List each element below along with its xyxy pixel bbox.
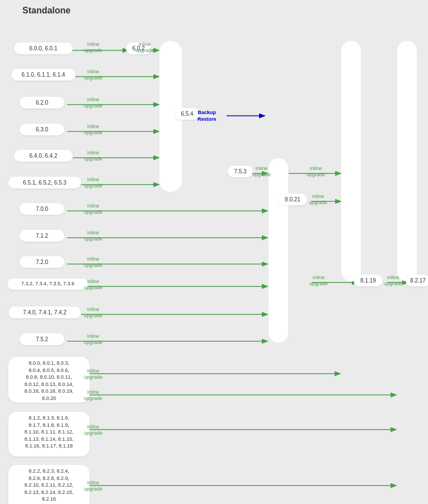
inline-upgrade-15: Inlineupgrade (84, 424, 102, 436)
version-753: 7.5.3 (228, 166, 253, 177)
version-620: 6.2.0 (20, 97, 64, 109)
version-812-group: 8.1.2, 8.1.3, 8.1.6,8.1.7, 8.1.8, 8.1.9,… (8, 412, 90, 456)
inline-upgrade-11: Inlineupgrade (84, 279, 102, 291)
inline-upgrade-14b: Inlineupgrade (84, 389, 102, 402)
backup-restore-label: BackupRestore (197, 110, 217, 123)
inline-upgrade-5: Inlineupgrade (84, 124, 102, 136)
version-740-742: 7.4.0, 7.4.1, 7.4.2 (8, 307, 81, 318)
version-752: 7.5.2 (20, 333, 64, 345)
version-610-614: 6.1.0, 6.1.1, 6.1.4 (11, 69, 76, 81)
version-732-736: 7.3.2, 7.3.4, 7.3.5, 7.3.6 (7, 279, 88, 290)
version-800-group: 8.0.0, 8.0.1, 8.0.3,8.0.4, 8.0.5, 8.0.6,… (8, 357, 90, 403)
inline-upgrade-12: Inlineupgrade (84, 307, 102, 319)
version-8217: 8.2.17 (406, 275, 428, 286)
diagram: 6.0.0, 6.0.1 6.1.0, 6.1.1, 6.1.4 6.2.0 6… (6, 21, 422, 504)
inline-upgrade-3: Inlineupgrade (84, 69, 102, 81)
inline-upgrade-4: Inlineupgrade (84, 97, 102, 109)
version-651-653: 6.5.1, 6.5.2, 6.5.3 (8, 177, 81, 189)
inline-upgrade-1: Inlineupgrade (84, 41, 102, 54)
version-712: 7.1.2 (20, 230, 64, 242)
version-654: 6.5.4 (175, 108, 200, 120)
tall-rect-4 (397, 41, 417, 281)
inline-upgrade-14a: Inlineupgrade (84, 368, 102, 380)
version-822-group: 8.2.2, 8.2.3, 8.2.4,8.2.6, 8.2.8, 8.2.9,… (8, 465, 90, 504)
inline-upgrade-6: Inlineupgrade (84, 150, 102, 162)
inline-upgrade-7: Inlineupgrade (84, 177, 102, 189)
version-8021: 8.0.21 (278, 194, 307, 205)
version-600-601: 6.0.0, 6.0.1 (14, 43, 73, 54)
inline-upgrade-8217: Inlineupgrade (384, 275, 402, 287)
main-container: Standalone (0, 0, 428, 504)
inline-upgrade-13: Inlineupgrade (84, 333, 102, 346)
inline-upgrade-753b: Inlineupgrade (307, 166, 325, 178)
version-720: 7.2.0 (20, 256, 64, 268)
inline-upgrade-2: Inlineupgrade (135, 41, 154, 54)
version-640-642: 6.4.0, 6.4.2 (14, 150, 73, 162)
version-630: 6.3.0 (20, 124, 64, 135)
inline-upgrade-8021: Inlineupgrade (309, 194, 327, 206)
version-819: 8.1.19 (354, 275, 383, 286)
tall-rect-2 (269, 158, 288, 343)
tall-rect-3 (341, 41, 361, 281)
inline-upgrade-819a: Inlineupgrade (309, 275, 328, 287)
inline-upgrade-9: Inlineupgrade (84, 230, 102, 242)
version-700: 7.0.0 (20, 203, 64, 215)
inline-upgrade-16: Inlineupgrade (84, 480, 102, 492)
page-title: Standalone (22, 6, 422, 16)
inline-upgrade-10: Inlineupgrade (84, 256, 102, 269)
inline-upgrade-753a: Inlineupgrade (252, 166, 271, 178)
inline-upgrade-8: Inlineupgrade (84, 203, 102, 215)
